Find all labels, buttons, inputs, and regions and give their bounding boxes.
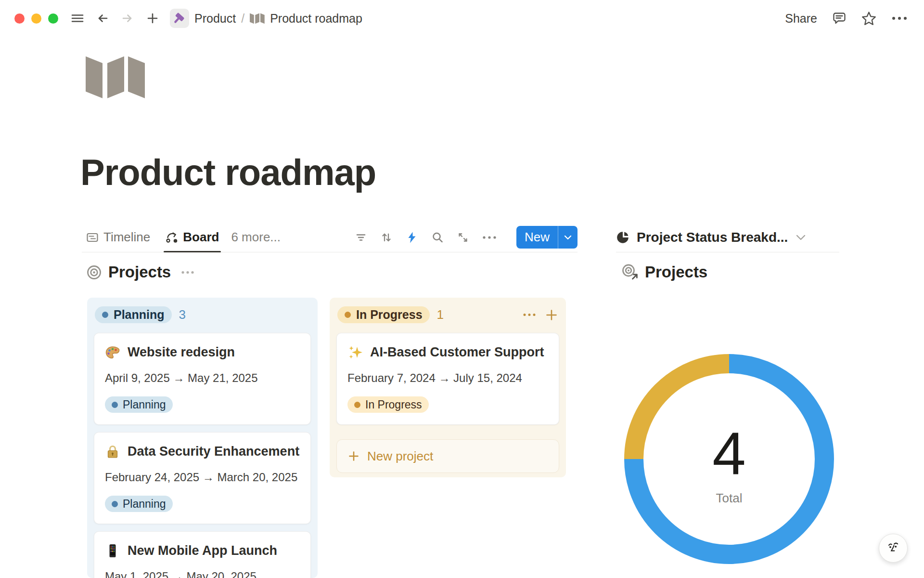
card-ai-support[interactable]: AI-Based Customer Support February 7, 20… — [336, 333, 559, 425]
section-options-icon[interactable] — [181, 270, 194, 275]
linked-target-arrow-icon — [621, 263, 639, 281]
chevron-down-icon[interactable] — [796, 235, 806, 240]
comments-icon[interactable] — [832, 11, 847, 26]
lock-icon — [105, 444, 120, 459]
tab-timeline-label: Timeline — [103, 230, 150, 245]
view-tab-bar: Timeline Board 6 more... — [82, 223, 578, 252]
board-column-planning: Planning 3 Website redesign April 9, 202… — [87, 298, 318, 578]
view-options-icon[interactable] — [482, 235, 497, 240]
share-button[interactable]: Share — [785, 12, 817, 26]
in-progress-count: 1 — [437, 307, 444, 322]
breadcrumb-current[interactable]: Product roadmap — [270, 12, 362, 26]
card-dates: April 9, 2025 → May 21, 2025 — [105, 371, 300, 385]
column-header: In Progress 1 — [336, 304, 559, 323]
card-dates: February 24, 2025 → March 20, 2025 — [105, 471, 300, 484]
board-section-header: Projects — [86, 263, 194, 281]
back-icon[interactable] — [96, 12, 109, 25]
breadcrumb: Product / Product roadmap — [170, 9, 362, 28]
planning-group-label: Planning — [114, 308, 165, 322]
target-icon — [86, 264, 102, 280]
yellow-status-dot — [345, 312, 351, 318]
zoom-window-button[interactable] — [48, 13, 58, 24]
topbar-actions: Share — [785, 11, 908, 26]
top-bar: Product / Product roadmap Share — [0, 0, 924, 37]
map-icon-small — [250, 13, 265, 24]
column-header: Planning 3 — [94, 304, 311, 323]
close-window-button[interactable] — [14, 13, 25, 24]
sidebar-menu-icon[interactable] — [71, 12, 84, 25]
card-data-security[interactable]: Data Security Enhancement February 24, 2… — [94, 432, 311, 524]
new-button-dropdown[interactable] — [558, 226, 578, 249]
minimize-window-button[interactable] — [31, 13, 41, 24]
new-project-label: New project — [367, 449, 433, 464]
tab-board-label: Board — [183, 230, 219, 245]
forward-icon[interactable] — [121, 12, 134, 25]
chart-title[interactable]: Project Status Breakd... — [637, 230, 788, 245]
board-icon — [166, 231, 178, 244]
card-title: Website redesign — [128, 345, 235, 360]
status-donut-chart[interactable]: 4 Total — [623, 353, 835, 565]
tab-board[interactable]: Board — [161, 223, 223, 252]
more-options-icon[interactable] — [891, 16, 908, 21]
board-section-title[interactable]: Projects — [108, 263, 171, 281]
card-status-tag: Planning — [105, 496, 173, 512]
planning-group-pill[interactable]: Planning — [95, 306, 172, 323]
in-progress-cards: AI-Based Customer Support February 7, 20… — [336, 333, 559, 473]
new-tab-plus-icon[interactable] — [146, 12, 159, 25]
yellow-status-dot — [354, 402, 360, 408]
board-column-in-progress: In Progress 1 AI-Based Customer Support — [330, 298, 566, 477]
blue-status-dot — [102, 312, 108, 318]
in-progress-group-label: In Progress — [356, 308, 423, 322]
blue-status-dot — [112, 402, 118, 408]
card-status-tag: In Progress — [347, 396, 429, 413]
sparkles-icon — [347, 345, 363, 360]
new-button[interactable]: New — [516, 226, 578, 249]
donut-segment-in-progress — [634, 364, 729, 459]
mobile-phone-icon — [105, 543, 120, 558]
card-dates: February 7, 2024 → July 15, 2024 — [347, 371, 548, 385]
planning-cards: Website redesign April 9, 2025 → May 21,… — [94, 333, 311, 578]
hammer-icon — [173, 12, 186, 25]
window-controls — [14, 13, 58, 24]
column-options-icon[interactable] — [523, 313, 536, 317]
plus-icon — [347, 450, 360, 462]
card-website-redesign[interactable]: Website redesign April 9, 2025 → May 21,… — [94, 333, 311, 425]
chart-section-title[interactable]: Projects — [645, 263, 707, 281]
in-progress-group-pill[interactable]: In Progress — [337, 306, 430, 323]
chart-section-header: Projects — [621, 263, 707, 281]
blue-status-dot — [112, 501, 118, 507]
palette-icon — [105, 345, 120, 360]
tab-timeline[interactable]: Timeline — [82, 223, 154, 252]
card-dates: May 1, 2025 → May 20, 2025 — [105, 570, 300, 578]
chart-header-bar: Project Status Breakd... — [616, 223, 839, 252]
ai-face-icon — [885, 540, 901, 556]
expand-icon[interactable] — [457, 231, 469, 244]
new-button-label[interactable]: New — [516, 226, 558, 249]
new-project-button[interactable]: New project — [336, 439, 559, 473]
view-toolbar: New — [355, 226, 578, 249]
search-icon[interactable] — [431, 231, 444, 244]
app-window: Product / Product roadmap Share Product … — [0, 0, 924, 578]
card-title: Data Security Enhancement — [128, 444, 299, 459]
more-views-link[interactable]: 6 more... — [231, 230, 281, 245]
timeline-icon — [86, 231, 99, 244]
card-title: New Mobile App Launch — [128, 543, 277, 558]
page-icon-map[interactable] — [86, 56, 145, 99]
card-title: AI-Based Customer Support — [370, 345, 544, 360]
notion-ai-button[interactable] — [879, 534, 908, 563]
pie-chart-icon — [616, 230, 630, 245]
filter-icon[interactable] — [355, 231, 367, 244]
add-card-plus-icon[interactable] — [545, 308, 558, 322]
workspace-tile[interactable] — [170, 9, 189, 28]
card-status-tag: Planning — [105, 396, 173, 413]
breadcrumb-separator: / — [241, 12, 244, 26]
card-mobile-app[interactable]: New Mobile App Launch May 1, 2025 → May … — [94, 531, 311, 578]
page-title: Product roadmap — [80, 151, 376, 193]
sort-icon[interactable] — [380, 231, 393, 244]
automations-lightning-icon[interactable] — [406, 231, 418, 244]
breadcrumb-parent[interactable]: Product — [194, 12, 236, 26]
favorite-star-icon[interactable] — [861, 11, 877, 26]
planning-count: 3 — [179, 307, 186, 322]
